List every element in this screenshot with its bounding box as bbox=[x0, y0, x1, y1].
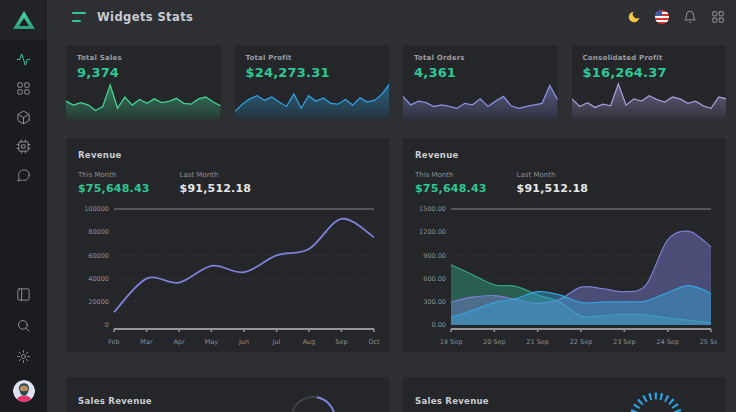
top-header: Widgets Stats bbox=[47, 0, 736, 33]
sales-revenue-row: Sales Revenue $9,641.26 Sales Revenue $9… bbox=[66, 377, 726, 412]
stat-value: $75,648.43 bbox=[78, 182, 150, 195]
svg-text:Aug: Aug bbox=[303, 338, 316, 346]
svg-text:Jul: Jul bbox=[272, 338, 281, 346]
sparkline-chart bbox=[403, 81, 558, 119]
svg-text:80000: 80000 bbox=[88, 228, 109, 236]
sparkline-chart bbox=[235, 81, 390, 119]
svg-text:20 Sep: 20 Sep bbox=[483, 338, 506, 346]
stat-value: $91,512.18 bbox=[180, 182, 252, 195]
svg-text:Oct: Oct bbox=[368, 338, 380, 346]
page-title: Widgets Stats bbox=[97, 10, 193, 24]
cpu-chip-icon[interactable] bbox=[16, 139, 31, 154]
svg-text:0: 0 bbox=[105, 321, 109, 329]
stat-cards-row: Total Sales 9,374 Total Profit $24,273.3… bbox=[66, 45, 726, 119]
stat-card-total-sales: Total Sales 9,374 bbox=[66, 45, 221, 119]
stat-value: 9,374 bbox=[77, 65, 210, 80]
chat-bubble-icon[interactable] bbox=[16, 168, 31, 183]
svg-text:Mar: Mar bbox=[140, 338, 153, 346]
stat-label: This Month bbox=[78, 171, 150, 179]
stat-label: Total Profit bbox=[246, 54, 379, 62]
notifications-bell-icon[interactable] bbox=[682, 9, 697, 24]
sales-revenue-card-1: Sales Revenue $9,641.26 bbox=[66, 377, 389, 412]
stat-card-total-orders: Total Orders 4,361 bbox=[403, 45, 558, 119]
this-month-stat: This Month $75,648.43 bbox=[415, 171, 487, 195]
search-icon[interactable] bbox=[16, 318, 31, 333]
stat-label: Consolidated Profit bbox=[583, 54, 716, 62]
svg-text:600.00: 600.00 bbox=[423, 275, 446, 283]
stat-card-consolidated-profit: Consolidated Profit $16,264.37 bbox=[572, 45, 727, 119]
sidebar bbox=[0, 0, 47, 412]
svg-text:40000: 40000 bbox=[88, 275, 109, 283]
svg-text:Apr: Apr bbox=[173, 338, 185, 346]
svg-text:24 Sep: 24 Sep bbox=[656, 338, 679, 346]
svg-text:20000: 20000 bbox=[88, 298, 109, 306]
avatar-image bbox=[13, 380, 35, 402]
stat-value: $16,264.37 bbox=[583, 65, 716, 80]
ring-gauge-icon bbox=[283, 385, 343, 412]
dark-mode-moon-icon[interactable] bbox=[626, 9, 641, 24]
svg-text:1200.00: 1200.00 bbox=[419, 228, 446, 236]
svg-text:0.00: 0.00 bbox=[432, 321, 446, 329]
this-month-stat: This Month $75,648.43 bbox=[78, 171, 150, 195]
stat-label: Total Sales bbox=[77, 54, 210, 62]
revenue-card-daily: Revenue This Month $75,648.43 Last Month… bbox=[403, 138, 726, 352]
stat-label: Last Month bbox=[180, 171, 252, 179]
svg-text:21 Sep: 21 Sep bbox=[526, 338, 549, 346]
sparkline-chart bbox=[66, 81, 221, 119]
svg-text:1500.00: 1500.00 bbox=[419, 205, 446, 213]
sparkline-chart bbox=[572, 81, 727, 119]
stat-label: Total Orders bbox=[414, 54, 547, 62]
stat-value: $24,273.31 bbox=[246, 65, 379, 80]
svg-text:19 Sep: 19 Sep bbox=[440, 338, 463, 346]
settings-gear-icon[interactable] bbox=[16, 349, 31, 364]
revenue-cards-row: Revenue This Month $75,648.43 Last Month… bbox=[66, 138, 726, 352]
user-avatar[interactable] bbox=[13, 380, 35, 402]
svg-text:Sep: Sep bbox=[335, 338, 347, 346]
language-flag-icon[interactable] bbox=[654, 9, 669, 24]
svg-text:300.00: 300.00 bbox=[423, 298, 446, 306]
revenue-card-monthly: Revenue This Month $75,648.43 Last Month… bbox=[66, 138, 389, 352]
stat-value: 4,361 bbox=[414, 65, 547, 80]
card-title: Revenue bbox=[415, 150, 714, 160]
revenue-area-chart: 1500.001200.00900.00600.00300.000.0019 S… bbox=[415, 201, 717, 347]
package-box-icon[interactable] bbox=[16, 110, 31, 125]
last-month-stat: Last Month $91,512.18 bbox=[180, 171, 252, 195]
layout-panel-icon[interactable] bbox=[16, 287, 31, 302]
hamburger-menu-icon[interactable] bbox=[72, 12, 86, 22]
svg-text:900.00: 900.00 bbox=[423, 252, 446, 260]
revenue-line-chart: 100000800006000040000200000FebMarAprMayJ… bbox=[78, 201, 380, 347]
main-content: Total Sales 9,374 Total Profit $24,273.3… bbox=[66, 45, 726, 412]
svg-text:100000: 100000 bbox=[84, 205, 109, 213]
last-month-stat: Last Month $91,512.18 bbox=[517, 171, 589, 195]
stat-label: Last Month bbox=[517, 171, 589, 179]
app-logo[interactable] bbox=[0, 0, 47, 40]
stat-label: This Month bbox=[415, 171, 487, 179]
card-title: Revenue bbox=[78, 150, 377, 160]
sales-revenue-card-2: Sales Revenue $9,641.26 bbox=[403, 377, 726, 412]
triangle-logo-icon bbox=[12, 10, 36, 30]
svg-text:Feb: Feb bbox=[108, 338, 120, 346]
apps-grid-icon[interactable] bbox=[710, 9, 725, 24]
stat-value: $75,648.43 bbox=[415, 182, 487, 195]
svg-text:Jun: Jun bbox=[238, 338, 249, 346]
tick-gauge-icon bbox=[626, 383, 686, 412]
stat-value: $91,512.18 bbox=[517, 182, 589, 195]
activity-icon[interactable] bbox=[16, 52, 31, 67]
svg-text:May: May bbox=[205, 338, 219, 346]
svg-text:60000: 60000 bbox=[88, 252, 109, 260]
svg-text:22 Sep: 22 Sep bbox=[570, 338, 593, 346]
svg-text:25 Sep: 25 Sep bbox=[700, 338, 717, 346]
svg-text:23 Sep: 23 Sep bbox=[613, 338, 636, 346]
widgets-grid-icon[interactable] bbox=[16, 81, 31, 96]
stat-card-total-profit: Total Profit $24,273.31 bbox=[235, 45, 390, 119]
